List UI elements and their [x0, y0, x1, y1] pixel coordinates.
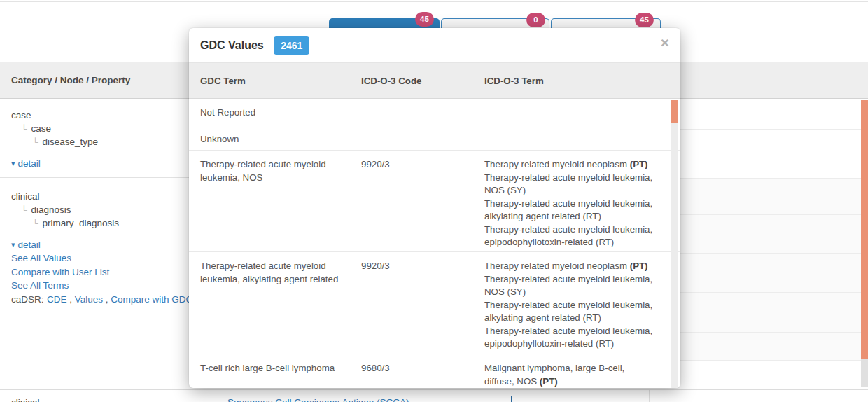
- gdc-values-modal: GDC Values 2461 × GDC Term ICD-O-3 Code …: [189, 28, 680, 388]
- bg-row: [680, 179, 861, 215]
- icdo3-term-cell: Malignant lymphoma, large B-cell, diffus…: [484, 362, 665, 388]
- gdc-term-cell: T-cell rich large B-cell lymphoma: [200, 362, 361, 388]
- icdo3-code-cell: 9920/3: [361, 158, 484, 251]
- icdo3-term-cell: [484, 106, 665, 125]
- icdo3-term-cell: Therapy related myeloid neoplasm (PT) Th…: [484, 158, 665, 251]
- detail-link[interactable]: detail: [18, 158, 41, 169]
- background-rows-strip: [680, 99, 861, 389]
- cadsr-cde-link[interactable]: CDE: [47, 294, 67, 305]
- chevron-down-icon: ▾: [11, 159, 15, 167]
- icdo3-code-cell: [361, 133, 484, 150]
- bg-row: [680, 99, 861, 130]
- tree-elbow-icon: └: [21, 205, 27, 215]
- icdo3-code-cell: 9920/3: [361, 260, 484, 354]
- modal-table-body: Not Reported Unknown Therapy-related acu…: [189, 99, 680, 388]
- bg-row: [680, 130, 861, 179]
- tab-count-badge: 45: [635, 13, 654, 27]
- cadsr-values-link[interactable]: Values: [75, 294, 103, 305]
- icdo3-code-cell: 9680/3: [361, 362, 484, 388]
- modal-scrollbar-thumb[interactable]: [671, 100, 678, 123]
- cadsr-label: caDSR:: [11, 294, 44, 305]
- tree-elbow-icon: └: [32, 137, 38, 147]
- values-count-badge: 2461: [274, 36, 309, 55]
- see-all-terms-link[interactable]: See All Terms: [11, 280, 69, 291]
- bg-row: [680, 333, 861, 361]
- value-link[interactable]: Squamous Cell Carcinoma Antigen (SCCA): [227, 397, 410, 402]
- modal-table-header: GDC Term ICD-O-3 Code ICD-O-3 Term: [189, 63, 680, 99]
- icdo3-code-cell: [361, 106, 484, 125]
- tree-elbow-icon: └: [32, 219, 38, 228]
- modal-scrollbar: [671, 100, 678, 388]
- gdc-term-cell: Not Reported: [200, 106, 361, 125]
- modal-header: GDC Values 2461 ×: [189, 28, 680, 63]
- page: 45 0 45 Category / Node / Property case …: [0, 0, 868, 402]
- see-all-values-link[interactable]: See All Values: [11, 253, 71, 263]
- cadsr-compare-gdc-link[interactable]: Compare with GDC: [111, 294, 192, 305]
- page-scrollbar-thumb[interactable]: [861, 100, 868, 359]
- category-label: clinical: [11, 397, 40, 402]
- gdc-term-cell: Therapy-related acute myeloid leukemia, …: [200, 260, 361, 354]
- bg-row: [680, 361, 861, 389]
- compare-with-user-list-link[interactable]: Compare with User List: [11, 267, 109, 277]
- top-divider: [0, 1, 868, 2]
- column-header-gdc-term: GDC Term: [200, 76, 361, 86]
- tree-elbow-icon: └: [21, 124, 27, 134]
- table-row: Therapy-related acute myeloid leukemia, …: [189, 151, 680, 252]
- table-row: Therapy-related acute myeloid leukemia, …: [189, 252, 680, 354]
- tab-count-badge: 45: [415, 12, 434, 27]
- icdo3-term-cell: [484, 133, 665, 150]
- table-row: clinical Squamous Cell Carcinoma Antigen…: [0, 389, 868, 402]
- icdo3-term-cell: Therapy related myeloid neoplasm (PT) Th…: [484, 260, 665, 354]
- column-divider: [649, 390, 650, 402]
- column-header-icdo3-code: ICD-O-3 Code: [361, 76, 484, 86]
- column-header-category-node-property: Category / Node / Property: [11, 75, 130, 85]
- bg-row: [680, 293, 861, 333]
- column-header-icdo3-term: ICD-O-3 Term: [484, 76, 665, 86]
- bg-row: [680, 254, 861, 293]
- tab-count-badge: 0: [526, 13, 545, 27]
- bg-row: [680, 215, 861, 254]
- table-row: Unknown: [189, 125, 680, 151]
- table-row: Not Reported: [189, 99, 680, 125]
- gdc-term-cell: Unknown: [200, 133, 361, 150]
- close-icon[interactable]: ×: [661, 35, 669, 50]
- page-scrollbar: [861, 100, 868, 387]
- chevron-down-icon: ▾: [11, 240, 15, 249]
- gdc-term-cell: Therapy-related acute myeloid leukemia, …: [200, 158, 361, 251]
- table-row: T-cell rich large B-cell lymphoma 9680/3…: [189, 354, 680, 388]
- detail-link[interactable]: detail: [18, 240, 41, 250]
- modal-title: GDC Values: [200, 39, 264, 52]
- divider-tick-icon: [511, 396, 512, 402]
